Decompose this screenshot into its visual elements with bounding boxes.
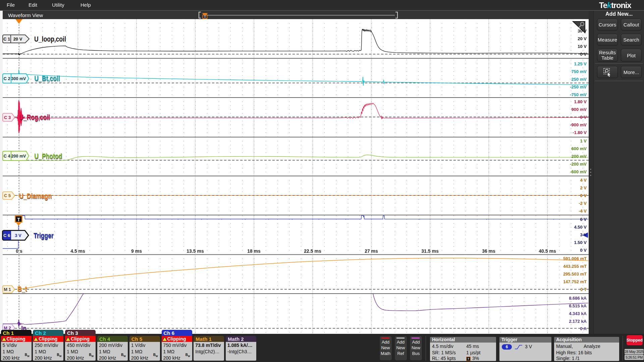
svg-text:3 V: 3 V bbox=[15, 233, 21, 238]
svg-text:C 4: C 4 bbox=[3, 154, 10, 159]
svg-text:C 2: C 2 bbox=[3, 76, 10, 81]
svg-text:C 1: C 1 bbox=[3, 37, 10, 42]
svg-text:T: T bbox=[17, 217, 20, 222]
svg-text:300 mV: 300 mV bbox=[11, 76, 26, 81]
svg-text:C 6: C 6 bbox=[3, 233, 10, 238]
svg-text:M 1: M 1 bbox=[4, 287, 11, 292]
svg-text:200 mV: 200 mV bbox=[11, 154, 26, 159]
svg-text:20 V: 20 V bbox=[13, 37, 22, 42]
svg-text:C 3: C 3 bbox=[4, 115, 11, 120]
svg-text:C 5: C 5 bbox=[4, 193, 11, 198]
svg-text:T: T bbox=[204, 15, 206, 19]
